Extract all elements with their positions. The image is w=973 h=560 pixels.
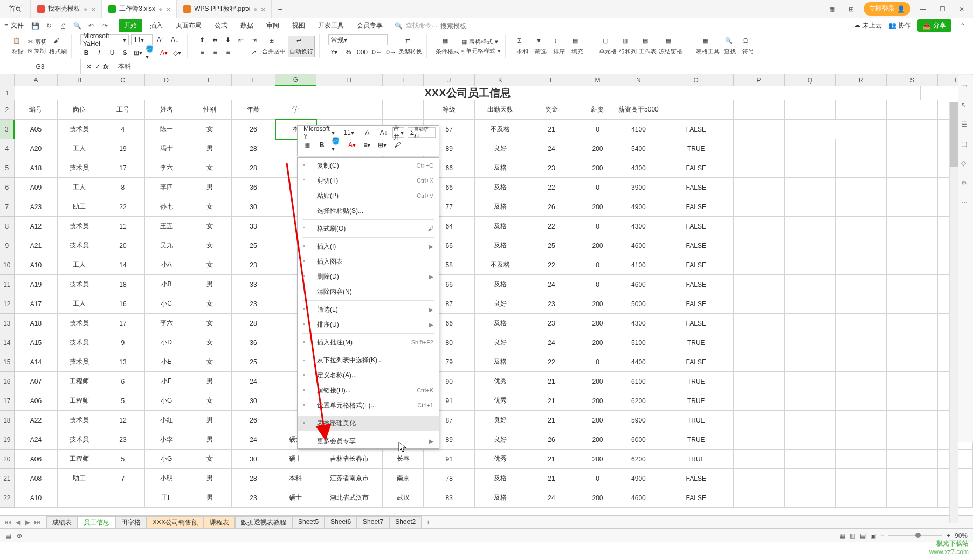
cell-F20[interactable]: 30 (232, 450, 275, 469)
cell-P19[interactable] (734, 430, 785, 450)
cell-L18[interactable]: 21 (526, 411, 577, 430)
ribbon-tab-公式[interactable]: 公式 (209, 19, 233, 32)
cell-B17[interactable]: 工程师 (58, 391, 101, 411)
cell-D11[interactable]: 小B (145, 275, 189, 294)
minimize-button[interactable]: — (916, 4, 930, 15)
cell-K14[interactable]: 良好 (475, 333, 526, 352)
sheet-tab-6[interactable]: Sheet5 (292, 516, 325, 528)
cell-L15[interactable]: 22 (526, 352, 577, 372)
cell-F21[interactable]: 28 (232, 469, 275, 488)
cell-F22[interactable]: 23 (232, 488, 275, 508)
cell-P11[interactable] (734, 275, 785, 294)
cell-S11[interactable] (887, 275, 938, 294)
col-header-R[interactable]: R (836, 74, 887, 86)
cell-Q4[interactable] (785, 139, 836, 158)
merge-button[interactable]: ⊞合并居中 (262, 37, 286, 56)
cell-C20[interactable]: 5 (101, 450, 145, 469)
cell-A12[interactable]: A17 (15, 294, 58, 314)
sheet-nav-3[interactable]: ⏭ (33, 518, 41, 526)
zoom-in-icon[interactable]: + (947, 532, 950, 540)
cell-L22[interactable]: 24 (526, 488, 577, 508)
cell-A14[interactable]: A15 (15, 333, 58, 352)
cell-S12[interactable] (887, 294, 938, 314)
cell-N15[interactable]: 4400 (618, 352, 659, 372)
side-more-icon[interactable]: ⋯ (961, 198, 971, 208)
cell-R22[interactable] (836, 488, 887, 508)
col-header-B[interactable]: B (58, 74, 101, 86)
cell-A13[interactable]: A18 (15, 314, 58, 333)
ctx-item-dropdown[interactable]: ▫从下拉列表中选择(K)... (298, 352, 439, 368)
cell-N7[interactable]: 4900 (618, 197, 659, 217)
ribbon-tab-会员专享[interactable]: 会员专享 (351, 19, 388, 32)
row-header-7[interactable]: 7 (0, 197, 15, 217)
cell-R15[interactable] (836, 352, 887, 372)
cell-O4[interactable]: TRUE (659, 139, 734, 158)
app-grid-icon[interactable]: ▦ (825, 4, 839, 15)
ribbon-tab-插入[interactable]: 插入 (144, 19, 168, 32)
cell-N4[interactable]: 5400 (618, 139, 659, 158)
side-settings-icon[interactable]: ⚙ (961, 179, 971, 189)
cut-button[interactable]: ✂ 剪切 (28, 38, 47, 46)
cell-J22[interactable]: 83 (424, 488, 475, 508)
col-header-Q[interactable]: Q (785, 74, 836, 86)
cell-G22[interactable]: 硕士 (275, 488, 316, 508)
cell-O16[interactable]: TRUE (659, 372, 734, 391)
cell-R11[interactable] (836, 275, 887, 294)
cell-F16[interactable]: 24 (232, 372, 275, 391)
cell-L5[interactable]: 23 (526, 158, 577, 178)
ctx-item-paste-special[interactable]: ▫选择性粘贴(S)... (298, 203, 439, 218)
cell-F14[interactable]: 36 (232, 333, 275, 352)
inc-dec-icon[interactable]: .0← (370, 47, 382, 58)
cell-D8[interactable]: 王五 (145, 217, 189, 236)
cell-K2[interactable]: 出勤天数 (475, 100, 526, 120)
cell-D12[interactable]: 小C (145, 294, 189, 314)
cell-C8[interactable]: 11 (101, 217, 145, 236)
cell-N10[interactable]: 4100 (618, 255, 659, 275)
cell-M7[interactable]: 200 (577, 197, 618, 217)
cell-B9[interactable]: 技术员 (58, 236, 101, 255)
cell-C6[interactable]: 8 (101, 178, 145, 197)
cell-M14[interactable]: 200 (577, 333, 618, 352)
col-header-E[interactable]: E (188, 74, 232, 86)
cell-E22[interactable]: 男 (188, 488, 232, 508)
cell-Q18[interactable] (785, 411, 836, 430)
cell-A2[interactable]: 编号 (15, 100, 58, 120)
cell-Q11[interactable] (785, 275, 836, 294)
cell-R2[interactable] (836, 100, 887, 120)
cell-N11[interactable]: 4600 (618, 275, 659, 294)
cell-I20[interactable]: 长春 (383, 450, 424, 469)
maximize-button[interactable]: ☐ (935, 4, 949, 15)
cell-S17[interactable] (887, 391, 938, 411)
cell-M4[interactable]: 200 (577, 139, 618, 158)
col-header-S[interactable]: S (887, 74, 938, 86)
file-menu[interactable]: ≡ 文件 (4, 21, 24, 30)
cell-P3[interactable] (734, 120, 785, 139)
col-header-L[interactable]: L (526, 74, 577, 86)
cell-F17[interactable]: 30 (232, 391, 275, 411)
tab-pin-icon[interactable]: ● (253, 5, 257, 13)
cell-M3[interactable]: 0 (577, 120, 618, 139)
cell-M2[interactable]: 薪资 (577, 100, 618, 120)
cell-N19[interactable]: 6000 (618, 430, 659, 450)
sheet-tab-7[interactable]: Sheet6 (325, 516, 357, 528)
cell-C13[interactable]: 17 (101, 314, 145, 333)
cell-F10[interactable]: 23 (232, 255, 275, 275)
cell-K15[interactable]: 及格 (475, 352, 526, 372)
format-painter-pin-icon[interactable]: 🖌 (427, 225, 433, 232)
row-header-20[interactable]: 20 (0, 450, 15, 469)
cell-A9[interactable]: A21 (15, 236, 58, 255)
cell-L17[interactable]: 21 (526, 391, 577, 411)
cell-D17[interactable]: 小G (145, 391, 189, 411)
cell-F4[interactable]: 28 (232, 139, 275, 158)
align-mid-icon[interactable]: ⬌ (209, 34, 221, 45)
cell-S5[interactable] (887, 158, 938, 178)
cell-K20[interactable]: 优秀 (475, 450, 526, 469)
cell-F7[interactable]: 30 (232, 197, 275, 217)
cell-K19[interactable]: 良好 (475, 430, 526, 450)
cell-L3[interactable]: 21 (526, 120, 577, 139)
cell-O9[interactable]: FALSE (659, 236, 734, 255)
cell-Q14[interactable] (785, 333, 836, 352)
cell-K10[interactable]: 不及格 (475, 255, 526, 275)
cell-L20[interactable]: 21 (526, 450, 577, 469)
mini-fill-icon[interactable]: 🪣▾ (331, 140, 343, 150)
